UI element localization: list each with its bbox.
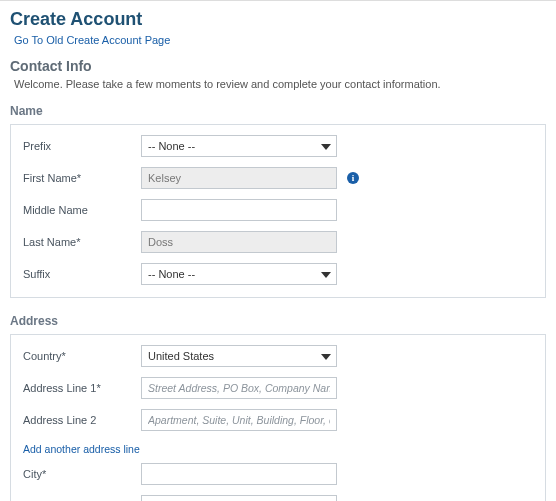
address-group-heading: Address	[10, 314, 546, 328]
address-group-box: Country* United States Address Line 1* A…	[10, 334, 546, 501]
name-group-box: Prefix -- None -- First Name* i Middle N…	[10, 124, 546, 298]
row-address-line-2: Address Line 2	[23, 409, 533, 431]
page-title: Create Account	[10, 9, 546, 30]
last-name-input[interactable]	[141, 231, 337, 253]
row-suffix: Suffix -- None --	[23, 263, 533, 285]
label-address-line-1: Address Line 1*	[23, 382, 141, 394]
label-middle-name: Middle Name	[23, 204, 141, 216]
label-city: City*	[23, 468, 141, 480]
old-create-account-link[interactable]: Go To Old Create Account Page	[14, 34, 170, 46]
label-address-line-2: Address Line 2	[23, 414, 141, 426]
row-address-line-1: Address Line 1*	[23, 377, 533, 399]
row-first-name: First Name* i	[23, 167, 533, 189]
label-first-name: First Name*	[23, 172, 141, 184]
country-select[interactable]: United States	[141, 345, 337, 367]
label-prefix: Prefix	[23, 140, 141, 152]
label-last-name: Last Name*	[23, 236, 141, 248]
label-country: Country*	[23, 350, 141, 362]
row-city: City*	[23, 463, 533, 485]
address-line-1-input[interactable]	[141, 377, 337, 399]
info-icon[interactable]: i	[347, 172, 359, 184]
row-middle-name: Middle Name	[23, 199, 533, 221]
middle-name-input[interactable]	[141, 199, 337, 221]
row-state: State* -- Select --	[23, 495, 533, 501]
state-select-wrap: -- Select --	[141, 495, 337, 501]
name-group-heading: Name	[10, 104, 546, 118]
country-select-wrap: United States	[141, 345, 337, 367]
prefix-select-wrap: -- None --	[141, 135, 337, 157]
contact-info-heading: Contact Info	[10, 58, 546, 74]
prefix-select[interactable]: -- None --	[141, 135, 337, 157]
welcome-text: Welcome. Please take a few moments to re…	[14, 78, 546, 90]
first-name-input[interactable]	[141, 167, 337, 189]
suffix-select-wrap: -- None --	[141, 263, 337, 285]
create-account-page: Create Account Go To Old Create Account …	[0, 1, 556, 501]
label-suffix: Suffix	[23, 268, 141, 280]
suffix-select[interactable]: -- None --	[141, 263, 337, 285]
row-prefix: Prefix -- None --	[23, 135, 533, 157]
row-country: Country* United States	[23, 345, 533, 367]
state-select[interactable]: -- Select --	[141, 495, 337, 501]
add-address-line-link[interactable]: Add another address line	[23, 443, 140, 455]
row-last-name: Last Name*	[23, 231, 533, 253]
address-line-2-input[interactable]	[141, 409, 337, 431]
city-input[interactable]	[141, 463, 337, 485]
